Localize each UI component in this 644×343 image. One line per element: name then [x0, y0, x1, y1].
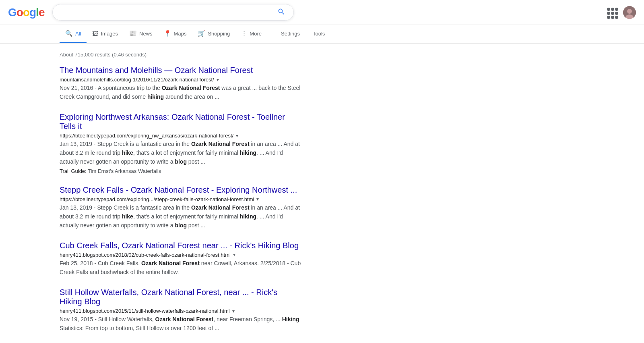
dropdown-arrow-icon[interactable]: ▾ [217, 77, 219, 83]
tab-settings[interactable]: Settings [275, 26, 305, 43]
tab-all[interactable]: 🔍 All [60, 25, 87, 43]
result-url: https://btoellner.typepad.com/exploring.… [60, 196, 254, 202]
result-item: Cub Creek Falls, Ozark National Forest n… [60, 241, 301, 276]
svg-point-1 [627, 9, 632, 14]
tab-maps[interactable]: 📍 Maps [158, 25, 192, 43]
avatar[interactable] [623, 6, 636, 19]
tab-images[interactable]: 🖼 Images [87, 25, 124, 43]
all-icon: 🔍 [65, 30, 73, 37]
dropdown-arrow-icon[interactable]: ▾ [233, 252, 235, 258]
images-icon: 🖼 [92, 30, 98, 37]
result-item: Still Hollow Waterfalls, Ozark National … [60, 288, 301, 333]
apps-icon[interactable] [607, 8, 617, 17]
result-url: https://btoellner.typepad.com/exploring_… [60, 133, 233, 139]
result-item: The Mountains and Molehills — Ozark Nati… [60, 66, 301, 101]
search-icon [277, 8, 285, 16]
trail-guide: Trail Guide: Tim Ernst's Arkansas Waterf… [60, 168, 301, 174]
result-item: Stepp Creek Falls - Ozark National Fores… [60, 185, 301, 230]
result-snippet: Nov 19, 2015 - Still Hollow Waterfalls, … [60, 315, 301, 333]
dropdown-arrow-icon[interactable]: ▾ [232, 308, 235, 314]
result-snippet: Nov 21, 2016 - A spontaneous trip to the… [60, 83, 301, 101]
header: Google ozarks national forest hikes blog [0, 0, 644, 44]
result-snippet: Jan 13, 2019 - Stepp Creek is a fantasti… [60, 203, 301, 230]
header-right [607, 6, 636, 19]
result-title[interactable]: The Mountains and Molehills — Ozark Nati… [60, 66, 301, 75]
result-url: mountainsandmolehills.co/blog-1/2016/11/… [60, 77, 214, 83]
dropdown-arrow-icon[interactable]: ▾ [236, 133, 238, 139]
results-area: About 715,000 results (0.46 seconds) The… [0, 44, 362, 343]
nav-tabs: 🔍 All 🖼 Images 📰 News 📍 Maps 🛒 Shopping … [0, 25, 644, 44]
tab-more[interactable]: ⋮ More [235, 25, 267, 43]
result-title[interactable]: Exploring Northwest Arkansas: Ozark Nati… [60, 112, 301, 131]
dropdown-arrow-icon[interactable]: ▾ [256, 196, 259, 202]
result-title[interactable]: Stepp Creek Falls - Ozark National Fores… [60, 185, 301, 195]
search-bar-wrap: ozarks national forest hikes blog [52, 4, 294, 21]
result-url: henry411.blogspot.com/2018/02/cub-creek-… [60, 252, 231, 258]
result-item: Exploring Northwest Arkansas: Ozark Nati… [60, 112, 301, 174]
tab-shopping[interactable]: 🛒 Shopping [192, 25, 235, 43]
maps-icon: 📍 [164, 30, 171, 37]
more-icon: ⋮ [241, 30, 247, 37]
google-logo[interactable]: Google [8, 6, 44, 19]
tab-tools[interactable]: Tools [307, 26, 330, 43]
tab-news[interactable]: 📰 News [124, 25, 158, 43]
search-input[interactable]: ozarks national forest hikes blog [59, 9, 276, 16]
shopping-icon: 🛒 [198, 30, 205, 37]
result-title[interactable]: Still Hollow Waterfalls, Ozark National … [60, 288, 301, 306]
search-button[interactable] [276, 8, 287, 17]
news-icon: 📰 [129, 30, 137, 37]
result-url: henry411.blogspot.com/2015/11/still-holl… [60, 308, 230, 314]
results-count: About 715,000 results (0.46 seconds) [60, 52, 303, 58]
result-snippet: Jan 13, 2019 - Stepp Creek is a fantasti… [60, 139, 301, 166]
result-title[interactable]: Cub Creek Falls, Ozark National Forest n… [60, 241, 301, 250]
result-snippet: Feb 25, 2018 - Cub Creek Falls, Ozark Na… [60, 259, 301, 276]
